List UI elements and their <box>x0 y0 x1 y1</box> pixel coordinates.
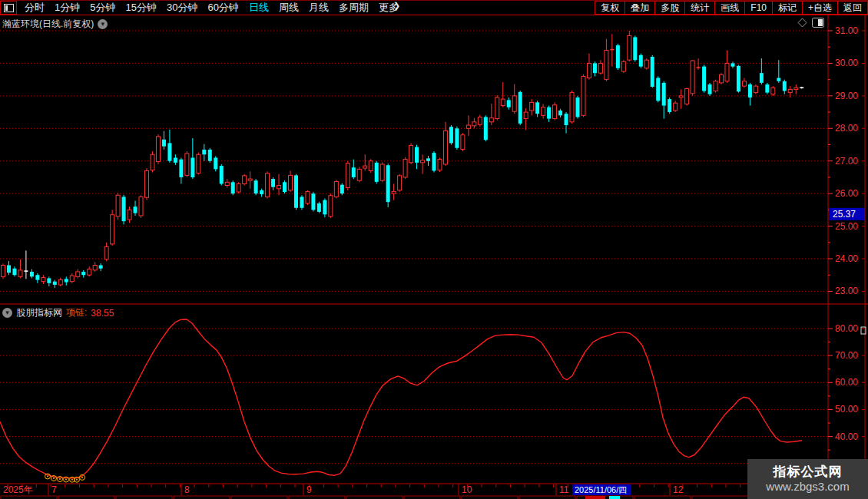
period-tab-5[interactable]: 60分钟 <box>207 1 238 15</box>
candlestick <box>76 272 80 276</box>
candlestick <box>329 196 333 216</box>
candlestick <box>145 170 149 197</box>
candlestick <box>340 185 344 193</box>
candlestick <box>65 279 68 282</box>
candlestick <box>628 35 631 60</box>
period-tab-3[interactable]: 15分钟 <box>125 1 156 15</box>
price-axis-label: 23.00 <box>835 286 858 296</box>
month-label: 8 <box>184 484 190 495</box>
clipped-bottom-row <box>1 496 57 499</box>
panel-layout-button[interactable] <box>0 1 17 15</box>
pane-corner-icons <box>797 18 824 28</box>
period-tab-7[interactable]: 周线 <box>279 1 299 15</box>
candlestick <box>771 88 775 94</box>
candlestick <box>277 186 281 189</box>
candlestick <box>167 143 171 160</box>
stock-title-row: 瀚蓝环境(日线.前复权) ▾ <box>2 18 108 31</box>
month-label: 12 <box>673 484 684 495</box>
indicator-line <box>0 319 802 478</box>
candlestick <box>289 175 293 190</box>
action-button-4[interactable]: 画线 <box>714 1 745 15</box>
action-button-7[interactable]: +自选 <box>802 1 838 15</box>
indicator-axis-label: 50.00 <box>835 404 858 415</box>
signal-marker-dot <box>71 479 73 481</box>
candlestick <box>311 193 315 210</box>
candlestick <box>243 176 247 184</box>
candlestick <box>248 179 252 180</box>
candlestick <box>426 158 430 160</box>
candlestick <box>369 161 373 171</box>
indicator-axis-label: 80.00 <box>835 323 858 334</box>
candlestick <box>403 160 407 177</box>
candlestick <box>70 276 74 282</box>
watermark-box: 指标公式网 www.zbgs3.com <box>747 459 868 499</box>
year-label: 2025年 <box>3 484 33 495</box>
clipped-bottom-cyan-text <box>609 496 620 499</box>
action-button-2[interactable]: 多股 <box>654 1 685 15</box>
candlestick <box>197 154 200 173</box>
candlestick <box>794 88 798 89</box>
clipped-bottom-row <box>462 496 518 499</box>
candlestick <box>12 269 16 275</box>
indicator-value: 38.55 <box>91 308 114 319</box>
period-tab-8[interactable]: 月线 <box>309 1 329 15</box>
action-button-1[interactable]: 叠加 <box>624 1 655 15</box>
indicator-axis-label: 70.00 <box>835 350 858 361</box>
candlestick <box>139 197 143 216</box>
candlestick <box>271 179 275 187</box>
action-button-0[interactable]: 复权 <box>595 1 625 15</box>
price-axis-label: 26.00 <box>835 188 858 199</box>
action-button-3[interactable]: 统计 <box>684 1 715 15</box>
chevron-down-icon[interactable]: ▾ <box>2 308 12 318</box>
candlestick <box>432 153 436 170</box>
period-tab-1[interactable]: 1分钟 <box>55 1 80 15</box>
candlestick <box>386 165 390 202</box>
period-tab-6[interactable]: 日线 <box>249 1 269 15</box>
candlestick <box>748 84 752 97</box>
candlestick <box>294 175 298 207</box>
action-button-5[interactable]: F10 <box>744 1 773 15</box>
candlestick <box>392 192 396 194</box>
signal-marker-dot <box>81 477 83 478</box>
period-tab-4[interactable]: 30分钟 <box>167 1 197 15</box>
candlestick <box>461 135 465 150</box>
candlestick <box>438 160 442 170</box>
price-axis-label: 31.00 <box>835 25 858 36</box>
candlestick <box>674 103 678 111</box>
price-axis-label: 30.00 <box>835 58 858 68</box>
month-label: 7 <box>51 484 57 495</box>
candlestick <box>421 160 425 163</box>
candlestick <box>53 282 57 285</box>
candlestick <box>720 74 724 83</box>
candlestick <box>334 181 338 197</box>
price-axis-label: 25.00 <box>835 221 858 232</box>
clipped-bottom-row <box>174 496 230 499</box>
candlestick <box>128 210 131 220</box>
candlestick <box>7 265 11 273</box>
candlestick <box>535 102 539 114</box>
candlestick <box>553 105 557 119</box>
signal-marker-dot <box>65 479 67 481</box>
candlestick <box>518 92 522 124</box>
stock-title: 瀚蓝环境(日线.前复权) <box>2 18 94 31</box>
candlestick <box>725 63 729 81</box>
period-tab-2[interactable]: 5分钟 <box>90 1 115 15</box>
candlestick <box>524 112 528 118</box>
watermark-title: 指标公式网 <box>774 464 843 480</box>
period-tab-9[interactable]: 多周期 <box>339 1 369 15</box>
candlestick <box>644 60 648 68</box>
candlestick <box>679 96 683 97</box>
chevron-down-icon[interactable]: ▾ <box>98 19 108 29</box>
top-toolbar: 分时1分钟5分钟15分钟30分钟60分钟日线周线月线多周期更多 ❯ 复权叠加多股… <box>0 0 868 15</box>
candlestick <box>449 127 453 143</box>
candlestick <box>662 83 666 106</box>
action-button-6[interactable]: 标记 <box>772 1 803 15</box>
diamond-icon[interactable] <box>797 18 807 28</box>
candlestick <box>398 176 402 190</box>
candlestick <box>484 117 488 140</box>
period-tab-0[interactable]: 分时 <box>25 1 45 15</box>
clipped-bottom-row <box>634 496 691 499</box>
candlestick <box>639 55 643 67</box>
action-button-8[interactable]: 返回 <box>837 1 868 15</box>
maximize-pane-icon[interactable] <box>812 18 824 28</box>
